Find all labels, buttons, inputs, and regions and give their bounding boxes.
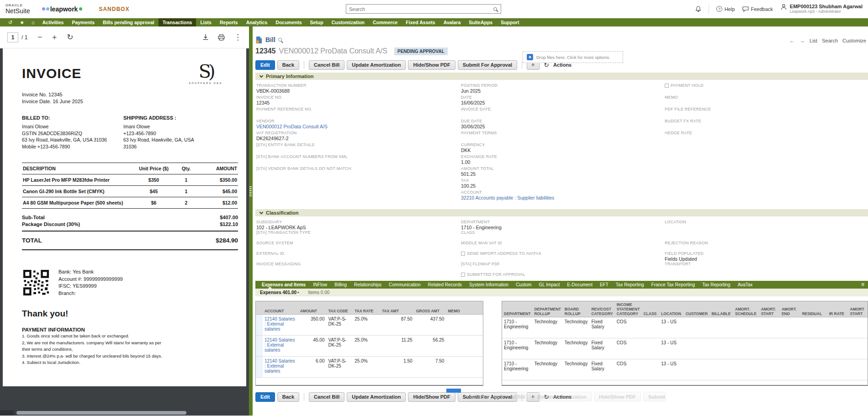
feedback-menu[interactable]: Feedback (742, 6, 773, 12)
notifications-bell[interactable] (695, 6, 701, 12)
grid-column-header[interactable]: LOCATION (659, 301, 684, 317)
grid-column-header[interactable]: TAX AMT (380, 301, 414, 314)
expenses-subtab[interactable]: Expenses 401.00• (260, 290, 299, 295)
print-icon[interactable] (218, 34, 225, 41)
grid-column-header[interactable]: MEMO (446, 301, 483, 314)
record-tab[interactable]: Tax Reporting (612, 281, 648, 289)
list-link[interactable]: List (810, 38, 817, 43)
nav-menu-item[interactable]: Analytics (242, 18, 272, 26)
expense-row[interactable]: 1710 - Engineering Technology Technology… (502, 359, 868, 380)
row-gutter[interactable] (256, 314, 263, 335)
user-menu[interactable]: EMP000123 Shubham Agarwal Leapwork ApS -… (780, 4, 863, 14)
nav-menu-item[interactable]: Commerce (369, 18, 402, 26)
record-tab[interactable]: EFT (596, 281, 612, 289)
grid-column-header[interactable]: INCOME STATEMENT CATEGORY (615, 301, 642, 317)
panel-splitter[interactable] (249, 26, 253, 416)
record-tab[interactable]: Billing (331, 281, 350, 289)
action-button[interactable]: Update Amortization (347, 392, 406, 402)
zoom-in-button[interactable]: + (52, 33, 57, 41)
shortcuts-star-icon[interactable]: ★ (16, 18, 28, 26)
row-gutter[interactable] (256, 335, 263, 356)
help-menu[interactable]: ? Help (716, 6, 735, 12)
primary-information-header[interactable]: Primary Information (255, 73, 868, 80)
record-tab[interactable]: Related Records (424, 281, 466, 289)
checkbox[interactable] (461, 252, 465, 256)
action-button[interactable]: Update Amortization (347, 60, 406, 70)
account-link[interactable]: 12140 Salaries : External salaries (263, 335, 298, 356)
items-subtab[interactable]: Items 0.00 (308, 290, 330, 295)
record-tab[interactable]: Tax Reporting (699, 281, 734, 289)
nav-menu-item[interactable]: Support (497, 18, 523, 26)
grid-column-header[interactable]: CUSTOMER (684, 301, 710, 317)
grid-column-header[interactable]: ACCOUNT (263, 301, 298, 314)
global-search-input[interactable] (346, 6, 493, 12)
expense-row[interactable]: 12140 Salaries : External salaries 45.00… (256, 335, 483, 356)
zoom-out-button[interactable]: − (37, 33, 42, 41)
home-icon[interactable]: ⌂ (28, 18, 38, 26)
nav-menu-item[interactable]: Documents (271, 18, 306, 26)
record-tab[interactable]: Communication (385, 281, 424, 289)
action-button[interactable]: Cancel Bill (309, 60, 344, 70)
record-tab[interactable]: E-Document (563, 281, 596, 289)
grid-column-header[interactable] (256, 301, 263, 314)
action-button[interactable]: Hide/Show PDF (408, 392, 455, 402)
action-button[interactable]: Cancel Bill (309, 392, 344, 402)
grid-column-header[interactable]: DEPARTMENT (502, 301, 532, 317)
record-tab[interactable]: France Tax Reporting (648, 281, 699, 289)
nav-menu-item[interactable]: Reports (216, 18, 242, 26)
recent-records-icon[interactable]: ↺ (5, 18, 16, 26)
back-button[interactable]: Back (277, 392, 299, 402)
row-gutter[interactable] (256, 356, 263, 377)
grid-column-header[interactable]: BILLABLE (709, 301, 733, 317)
customize-link[interactable]: Customize (842, 38, 866, 43)
nav-menu-item[interactable]: Transactions (159, 18, 196, 26)
pdf-more-options-icon[interactable]: ⋮ (234, 33, 242, 41)
file-dropzone[interactable]: ★ Drop files here. Click for more option… (523, 51, 623, 63)
oracle-netsuite-logo[interactable]: ORACLE NetSuite (5, 4, 30, 14)
pdf-horizontal-scrollbar[interactable] (0, 410, 249, 416)
nav-menu-item[interactable]: Payments (68, 18, 99, 26)
nav-menu-item[interactable]: Activities (38, 18, 68, 26)
record-tab[interactable]: AvaTax (734, 281, 757, 289)
nav-menu-item[interactable]: Customization (328, 18, 369, 26)
action-button[interactable]: Hide/Show PDF (408, 60, 455, 70)
grid-column-header[interactable]: AMORT. START (759, 301, 780, 317)
account-link[interactable]: 12140 Salaries : External salaries (263, 356, 298, 377)
grid-column-header[interactable]: RESIDUAL (800, 301, 827, 317)
nav-menu-item[interactable]: Bills pending approval (99, 18, 159, 26)
back-button[interactable]: Back (277, 60, 299, 70)
edit-button[interactable]: Edit (255, 60, 275, 70)
tab-overflow-menu-icon[interactable]: ≡ (861, 281, 868, 289)
grid-column-header[interactable]: DEPARTMENT ROLLUP (532, 301, 562, 317)
nav-menu-item[interactable]: Avalara (439, 18, 465, 26)
record-tab[interactable]: INFlow (309, 281, 331, 289)
rotate-icon[interactable]: ↻ (67, 33, 73, 41)
grid-column-header[interactable]: AMOUNT (298, 301, 327, 314)
action-button[interactable]: Submit For Approval (458, 60, 517, 70)
download-icon[interactable] (202, 34, 209, 41)
grid-column-header[interactable]: AMORT. END (780, 301, 800, 317)
grid-column-header[interactable]: REV/COST CATEGORY (589, 301, 614, 317)
grid-column-header[interactable]: AMORT. SCHEDULE (733, 301, 759, 317)
grid-column-header[interactable]: BOARD ROLLUP (563, 301, 590, 317)
edit-button[interactable]: Edit (255, 392, 275, 402)
expense-row[interactable]: 1710 - Engineering Technology Technology… (502, 338, 868, 359)
record-tab[interactable]: Expenses and Items (258, 281, 309, 289)
expense-row[interactable]: 12140 Salaries : External salaries 6.00 … (256, 356, 483, 377)
expense-row[interactable]: 1710 - Engineering Technology Technology… (502, 317, 868, 338)
previous-record-arrow-icon[interactable]: ← (789, 37, 795, 44)
search-icon[interactable] (493, 7, 497, 11)
record-search-icon[interactable] (278, 38, 282, 42)
classification-header[interactable]: Classification (255, 209, 868, 216)
nav-menu-item[interactable]: Setup (306, 18, 328, 26)
grid-column-header[interactable]: AMORT START (848, 301, 868, 317)
checkbox[interactable] (461, 273, 465, 277)
record-tab[interactable]: GL Impact (535, 281, 564, 289)
record-tab[interactable]: Custom (512, 281, 535, 289)
scrollbar-thumb[interactable] (16, 411, 186, 415)
grid-column-header[interactable]: TAX CODE (327, 301, 353, 314)
grid-column-header[interactable]: CLASS (641, 301, 659, 317)
expense-row[interactable]: 12140 Salaries : External salaries 350.0… (256, 314, 483, 335)
account-link[interactable]: 12140 Salaries : External salaries (263, 314, 298, 335)
nav-menu-item[interactable]: Fixed Assets (402, 18, 439, 26)
